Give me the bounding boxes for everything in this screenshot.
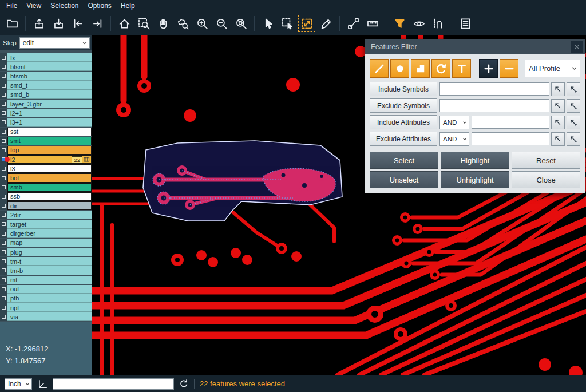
zoom-reset-button[interactable] <box>232 15 250 32</box>
import-down-button[interactable] <box>50 15 67 32</box>
unhighlight-button[interactable]: Unhighlight <box>441 171 509 188</box>
remove-filter-button[interactable] <box>500 59 518 78</box>
filter-button[interactable] <box>391 15 408 32</box>
step-left-button[interactable] <box>69 15 86 32</box>
layer-item-dir[interactable]: dir <box>7 201 92 210</box>
refresh-icon[interactable] <box>179 379 189 389</box>
clean-button[interactable] <box>318 15 335 32</box>
pad-tool-button[interactable] <box>390 59 409 78</box>
eye-button[interactable] <box>410 15 427 32</box>
layer-visibility-checkbox[interactable] <box>0 303 7 312</box>
close-button[interactable]: Close <box>512 171 580 188</box>
layer-visibility-checkbox[interactable] <box>0 53 7 62</box>
layer-item-npt[interactable]: npt <box>7 303 92 312</box>
include-attributes-button[interactable]: Include Attributes <box>370 115 437 129</box>
exclude-symbols-pick-alt-button[interactable] <box>567 99 580 113</box>
layer-item-mt[interactable]: mt <box>7 276 92 284</box>
layer-visibility-checkbox[interactable] <box>0 164 7 173</box>
layer-item-bfsmb[interactable]: bfsmb <box>7 72 92 80</box>
exclude-attributes-button[interactable]: Exclude Attributes <box>370 132 437 146</box>
layer-item-2dir--[interactable]: 2dir-- <box>7 211 92 219</box>
layer-visibility-checkbox[interactable] <box>0 155 7 164</box>
layer-visibility-checkbox[interactable] <box>0 266 7 275</box>
report-button[interactable] <box>457 15 474 32</box>
menu-options[interactable]: Options <box>84 1 116 11</box>
step-select[interactable]: edit <box>19 37 90 49</box>
layer-visibility-checkbox[interactable] <box>0 248 7 256</box>
layer-item-bot[interactable]: bot <box>7 173 92 182</box>
snap-angle-icon[interactable] <box>37 379 47 389</box>
ruler-button[interactable] <box>364 15 381 32</box>
layer-item-tm-b[interactable]: tm-b <box>7 266 92 275</box>
layer-visibility-checkbox[interactable] <box>0 285 7 294</box>
layer-item-out[interactable]: out <box>7 285 92 294</box>
layer-item-smd_b[interactable]: smd_b <box>7 90 92 99</box>
layer-item-bfsmt[interactable]: bfsmt <box>7 62 92 71</box>
layer-item-top[interactable]: top <box>7 146 92 155</box>
layer-item-l2+1[interactable]: l2+1 <box>7 109 92 117</box>
exclude-symbols-pick-button[interactable] <box>551 99 565 113</box>
add-filter-button[interactable] <box>479 59 498 78</box>
pcb-canvas[interactable]: Features Filter All Profile Include Symb… <box>92 35 586 375</box>
include-attributes-input[interactable] <box>472 116 549 129</box>
layer-item-ssb[interactable]: ssb <box>7 192 92 201</box>
pan-hand-button[interactable] <box>155 15 172 32</box>
layer-visibility-checkbox[interactable] <box>0 81 7 90</box>
layer-visibility-checkbox[interactable] <box>0 192 7 201</box>
text-tool-button[interactable] <box>452 59 471 78</box>
layer-item-l3+1[interactable]: l3+1 <box>7 118 92 126</box>
include-symbols-input[interactable] <box>440 82 549 96</box>
include-attributes-pick-alt-button[interactable] <box>567 116 580 129</box>
exclude-attributes-input[interactable] <box>472 132 549 145</box>
folder-open-button[interactable] <box>3 15 21 32</box>
layer-item-smt[interactable]: smt <box>7 137 92 145</box>
command-input[interactable] <box>53 378 174 390</box>
unselect-button[interactable]: Unselect <box>370 171 438 188</box>
include-symbols-pick-button[interactable] <box>551 82 565 96</box>
layer-visibility-checkbox[interactable] <box>0 211 7 219</box>
layer-item-fx[interactable]: fx <box>7 53 92 62</box>
layer-visibility-checkbox[interactable] <box>0 257 7 266</box>
layer-visibility-checkbox[interactable] <box>0 294 7 303</box>
layer-item-tm-t[interactable]: tm-t <box>7 257 92 266</box>
layer-item-layer_3.gbr[interactable]: layer_3.gbr <box>7 100 92 108</box>
layer-visibility-checkbox[interactable] <box>0 239 7 247</box>
menu-view[interactable]: View <box>22 1 45 11</box>
zoom-out-button[interactable] <box>213 15 230 32</box>
layer-visibility-checkbox[interactable] <box>0 220 7 228</box>
layer-item-plug[interactable]: plug <box>7 248 92 256</box>
layer-visibility-checkbox[interactable] <box>0 109 7 117</box>
exclude-attributes-pick-alt-button[interactable] <box>567 132 580 146</box>
exclude-symbols-button[interactable]: Exclude Symbols <box>370 98 437 113</box>
net-search-button[interactable] <box>430 15 447 32</box>
layer-item-smd_t[interactable]: smd_t <box>7 81 92 90</box>
exclude-attributes-and-select[interactable]: AND <box>440 132 469 146</box>
layer-visibility-checkbox[interactable] <box>0 72 7 80</box>
zoom-select-button[interactable] <box>135 15 152 32</box>
include-symbols-pick-alt-button[interactable] <box>567 82 580 96</box>
surface-tool-button[interactable] <box>411 59 430 78</box>
layer-visibility-checkbox[interactable] <box>0 128 7 136</box>
include-attributes-pick-button[interactable] <box>551 116 565 129</box>
layer-visibility-checkbox[interactable] <box>0 118 7 126</box>
layer-item-l2[interactable]: l222 <box>7 155 92 164</box>
layer-visibility-checkbox[interactable] <box>0 183 7 192</box>
layer-item-smb[interactable]: smb <box>7 183 92 192</box>
home-button[interactable] <box>116 15 133 32</box>
layer-item-via[interactable]: via <box>7 312 92 321</box>
layer-item-map[interactable]: map <box>7 239 92 247</box>
step-right-button[interactable] <box>89 15 106 32</box>
layer-item-pth[interactable]: pth <box>7 294 92 303</box>
profile-select[interactable]: All Profile <box>525 60 580 77</box>
cursor-button[interactable] <box>259 15 276 32</box>
layer-visibility-checkbox[interactable] <box>0 90 7 99</box>
select-features-button[interactable] <box>298 15 315 32</box>
select-rect-button[interactable] <box>279 15 296 32</box>
include-attributes-and-select[interactable]: AND <box>440 116 469 129</box>
include-symbols-button[interactable]: Include Symbols <box>370 82 437 96</box>
dialog-titlebar[interactable]: Features Filter <box>365 39 585 54</box>
line-tool-button[interactable] <box>370 59 389 78</box>
layer-visibility-checkbox[interactable] <box>0 201 7 210</box>
menu-help[interactable]: Help <box>117 1 139 11</box>
layer-visibility-checkbox[interactable] <box>0 100 7 108</box>
